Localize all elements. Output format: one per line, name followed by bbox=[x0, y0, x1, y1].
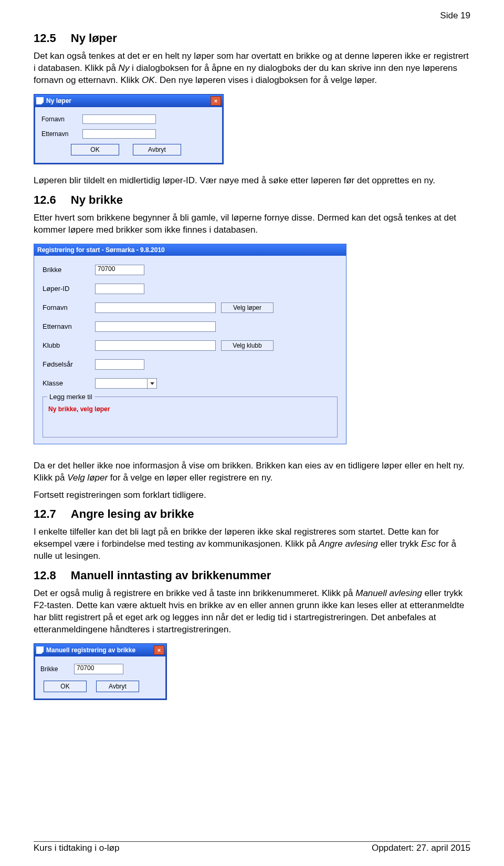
dialog-manuell-registrering: Manuell registrering av brikke × Brikke … bbox=[34, 643, 167, 700]
sec127-para1: I enkelte tilfeller kan det bli lagt på … bbox=[34, 526, 470, 562]
sec128-para1: Det er også mulig å registrere en brikke… bbox=[34, 588, 470, 636]
section-127-heading: 12.7Angre lesing av brikke bbox=[34, 507, 470, 521]
sec125-para2: Løperen blir tildelt en midlertidig løpe… bbox=[34, 175, 470, 187]
klubb-input[interactable] bbox=[95, 340, 216, 351]
section-125-title: Ny løper bbox=[71, 32, 117, 45]
dialog-ny-loper-titlebar: Ny løper × bbox=[34, 95, 223, 107]
window-icon bbox=[36, 97, 44, 105]
group-legend: Legg merke til bbox=[47, 393, 94, 401]
fornavn-input-2[interactable] bbox=[95, 302, 216, 313]
section-127-title: Angre lesing av brikke bbox=[71, 507, 194, 520]
ok-button[interactable]: OK bbox=[71, 144, 119, 155]
page-footer: Kurs i tidtaking i o-løp Oppdatert: 27. … bbox=[34, 841, 470, 853]
etternavn-label: Etternavn bbox=[41, 130, 82, 138]
section-128-heading: 12.8Manuell inntasting av brikkenummer bbox=[34, 569, 470, 582]
section-126-title: Ny brikke bbox=[71, 193, 123, 206]
velg-loper-button[interactable]: Velg løper bbox=[221, 302, 274, 313]
loper-id-label: Løper-ID bbox=[43, 285, 95, 293]
section-128-title: Manuell inntasting av brikkenummer bbox=[71, 569, 271, 582]
ok-button[interactable]: OK bbox=[44, 681, 87, 692]
legg-merke-til-group: Legg merke til Ny brikke, velg løper bbox=[43, 397, 338, 437]
page-number: Side 19 bbox=[440, 11, 470, 21]
avbryt-button[interactable]: Avbryt bbox=[133, 144, 181, 155]
etternavn-input[interactable] bbox=[82, 129, 156, 139]
fornavn-label: Fornavn bbox=[41, 116, 82, 123]
brikke-label-3: Brikke bbox=[40, 665, 74, 673]
fodselsar-input[interactable] bbox=[95, 359, 144, 370]
dialog-manuell-title: Manuell registrering av brikke bbox=[46, 646, 135, 654]
section-126-num: 12.6 bbox=[34, 193, 56, 207]
footer-right: Oppdatert: 27. april 2015 bbox=[372, 843, 470, 853]
brikke-label: Brikke bbox=[43, 266, 95, 274]
klubb-label: Klubb bbox=[43, 341, 95, 349]
section-125-heading: 12.5Ny løper bbox=[34, 32, 470, 45]
dialog-ny-loper-title: Ny løper bbox=[46, 97, 71, 105]
section-127-num: 12.7 bbox=[34, 507, 56, 521]
chevron-down-icon bbox=[147, 379, 156, 389]
klasse-select[interactable] bbox=[95, 378, 157, 389]
sec126-para2: Da er det heller ikke noe informasjon å … bbox=[34, 460, 470, 484]
footer-left: Kurs i tidtaking i o-løp bbox=[34, 843, 119, 853]
dialog-registrering-start: Registrering for start - Sørmarka - 9.8.… bbox=[34, 244, 346, 444]
section-125-num: 12.5 bbox=[34, 32, 56, 45]
fornavn-input[interactable] bbox=[82, 114, 156, 124]
sec126-para1: Etter hvert som brikkene begynner å bli … bbox=[34, 212, 470, 236]
brikke-input[interactable]: 70700 bbox=[95, 265, 144, 275]
loper-id-input[interactable] bbox=[95, 284, 144, 294]
dialog-ny-loper: Ny løper × Fornavn Etternavn OK Avbryt bbox=[34, 94, 224, 164]
brikke-input-3[interactable]: 70700 bbox=[74, 664, 123, 674]
etternavn-label-2: Etternavn bbox=[43, 322, 95, 330]
window-icon bbox=[36, 646, 44, 654]
etternavn-input-2[interactable] bbox=[95, 321, 216, 332]
fodselsar-label: Fødselsår bbox=[43, 360, 95, 368]
close-icon[interactable]: × bbox=[211, 96, 221, 106]
close-icon[interactable]: × bbox=[154, 645, 164, 655]
section-126-heading: 12.6Ny brikke bbox=[34, 193, 470, 207]
sec126-para3: Fortsett registreringen som forklart tid… bbox=[34, 489, 470, 502]
klasse-label: Klasse bbox=[43, 379, 95, 387]
section-128-num: 12.8 bbox=[34, 569, 56, 582]
dialog-manuell-titlebar: Manuell registrering av brikke × bbox=[34, 644, 166, 656]
sec125-para1: Det kan også tenkes at det er en helt ny… bbox=[34, 50, 470, 87]
dialog-registrering-title: Registrering for start - Sørmarka - 9.8.… bbox=[37, 246, 165, 254]
velg-klubb-button[interactable]: Velg klubb bbox=[221, 340, 274, 351]
avbryt-button[interactable]: Avbryt bbox=[96, 681, 139, 692]
dialog-registrering-titlebar: Registrering for start - Sørmarka - 9.8.… bbox=[34, 244, 346, 256]
group-message: Ny brikke, velg løper bbox=[48, 405, 332, 413]
fornavn-label-2: Fornavn bbox=[43, 304, 95, 311]
